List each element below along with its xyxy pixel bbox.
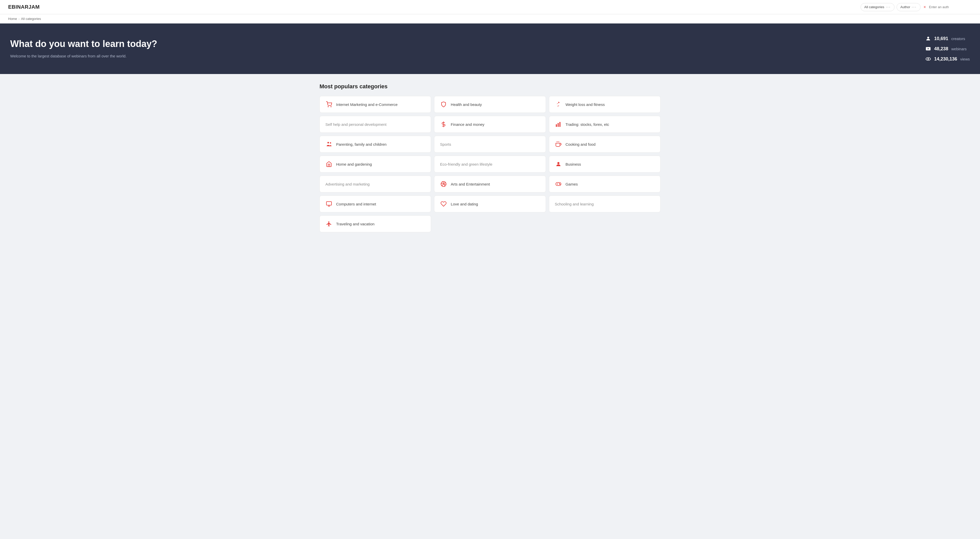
author-input[interactable] <box>929 5 972 9</box>
svg-rect-10 <box>558 123 558 127</box>
breadcrumb: Home › All categories <box>0 14 980 24</box>
author-filter[interactable]: Author ··· <box>897 3 921 11</box>
arts-icon <box>440 180 447 188</box>
svg-point-6 <box>331 107 331 107</box>
travel-icon <box>325 220 332 227</box>
breadcrumb-home[interactable]: Home <box>8 17 17 21</box>
category-label: Health and beauty <box>451 102 482 107</box>
category-card[interactable]: Arts and Entertainment <box>434 176 546 192</box>
heart-icon <box>440 200 447 207</box>
category-label: Internet Marketing and e-Commerce <box>336 102 398 107</box>
house-icon <box>325 161 332 168</box>
main-content: Most populars categories Internet Market… <box>311 74 669 242</box>
hero-subtitle: Welcome to the largest database of webin… <box>10 53 157 59</box>
creators-number: 10,691 <box>934 36 948 41</box>
header-controls: All categories ··· Author ··· × <box>861 3 972 11</box>
category-card[interactable]: Cooking and food <box>549 136 660 153</box>
category-card[interactable]: Internet Marketing and e-Commerce <box>320 96 431 113</box>
games-icon <box>555 180 562 188</box>
category-label: Trading: stocks, forex, etc <box>566 122 609 127</box>
category-label: Eco-friendly and green lifestyle <box>440 162 492 166</box>
stat-webinars: 48,238 webinars <box>925 46 970 52</box>
dollar-icon <box>440 121 447 128</box>
category-filter-dots: ··· <box>886 5 891 10</box>
section-title: Most populars categories <box>320 83 660 90</box>
hero-title: What do you want to learn today? <box>10 38 157 49</box>
webinars-number: 48,238 <box>934 46 948 52</box>
category-filter-label: All categories <box>864 5 884 9</box>
category-card[interactable]: Advertising and marketing <box>320 176 431 192</box>
category-label: Advertising and marketing <box>325 182 369 186</box>
category-card[interactable]: Traveling and vacation <box>320 215 431 232</box>
svg-point-4 <box>928 58 929 60</box>
breadcrumb-sep: › <box>19 17 20 21</box>
business-icon <box>555 161 562 168</box>
food-icon <box>555 141 562 148</box>
category-label: Traveling and vacation <box>336 222 374 226</box>
category-card[interactable]: Eco-friendly and green lifestyle <box>434 156 546 173</box>
author-filter-label: Author <box>900 5 910 9</box>
category-label: Business <box>566 162 581 166</box>
author-filter-dots: ··· <box>912 5 916 10</box>
views-label: views <box>960 57 970 61</box>
hero-stats: 10,691 creators 48,238 webinars 14,230,1… <box>925 36 970 62</box>
category-card[interactable]: Self help and personal development <box>320 116 431 133</box>
svg-point-13 <box>330 142 331 144</box>
category-card[interactable]: Trading: stocks, forex, etc <box>549 116 660 133</box>
creators-label: creators <box>951 37 965 41</box>
category-label: Schooling and learning <box>555 202 594 206</box>
category-label: Parenting, family and children <box>336 142 387 146</box>
chart-icon <box>555 121 562 128</box>
svg-point-0 <box>928 37 929 38</box>
hero-section: What do you want to learn today? Welcome… <box>0 24 980 74</box>
category-card[interactable]: Sports <box>434 136 546 153</box>
hero-left: What do you want to learn today? Welcome… <box>10 38 157 59</box>
category-label: Finance and money <box>451 122 484 127</box>
category-label: Arts and Entertainment <box>451 182 490 186</box>
category-label: Home and gardening <box>336 162 372 166</box>
category-card[interactable]: Parenting, family and children <box>320 136 431 153</box>
svg-point-12 <box>328 142 329 143</box>
shield-icon <box>440 101 447 108</box>
stat-creators: 10,691 creators <box>925 36 970 41</box>
category-card[interactable]: Love and dating <box>434 196 546 212</box>
views-icon <box>925 56 931 62</box>
category-grid: Internet Marketing and e-CommerceHealth … <box>320 96 660 232</box>
category-label: Sports <box>440 142 451 146</box>
svg-point-5 <box>328 107 328 107</box>
svg-rect-11 <box>559 122 560 127</box>
creators-icon <box>925 36 931 41</box>
category-label: Weight loss and fitness <box>566 102 605 107</box>
category-label: Love and dating <box>451 202 478 206</box>
breadcrumb-current: All categories <box>21 17 41 21</box>
category-card[interactable]: Health and beauty <box>434 96 546 113</box>
category-filter[interactable]: All categories ··· <box>861 3 894 11</box>
svg-point-17 <box>557 162 559 164</box>
category-card[interactable]: Business <box>549 156 660 173</box>
logo: EBINARJAM <box>8 4 40 10</box>
computer-icon <box>325 200 332 207</box>
category-card[interactable]: Games <box>549 176 660 192</box>
svg-point-23 <box>560 184 560 184</box>
category-card[interactable]: Weight loss and fitness <box>549 96 660 113</box>
svg-rect-24 <box>326 202 331 205</box>
category-label: Cooking and food <box>566 142 596 146</box>
category-label: Self help and personal development <box>325 122 387 127</box>
views-number: 14,230,136 <box>934 56 957 62</box>
family-icon <box>325 141 332 148</box>
cart-icon <box>325 101 332 108</box>
category-card[interactable]: Finance and money <box>434 116 546 133</box>
category-label: Games <box>566 182 578 186</box>
webinars-icon <box>925 46 931 52</box>
category-label: Computers and internet <box>336 202 376 206</box>
filter-close-button[interactable]: × <box>924 5 926 10</box>
category-card[interactable]: Computers and internet <box>320 196 431 212</box>
category-card[interactable]: Home and gardening <box>320 156 431 173</box>
run-icon <box>555 101 562 108</box>
header: EBINARJAM All categories ··· Author ··· … <box>0 0 980 14</box>
stat-views: 14,230,136 views <box>925 56 970 62</box>
svg-rect-9 <box>556 124 557 127</box>
category-card[interactable]: Schooling and learning <box>549 196 660 212</box>
webinars-label: webinars <box>951 47 966 51</box>
